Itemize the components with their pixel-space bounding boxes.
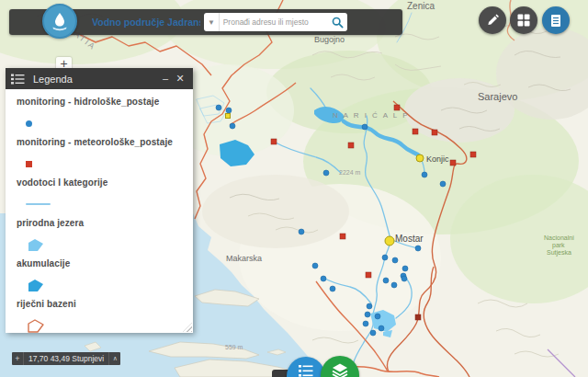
- coordinate-readout: 17,70 43,49 Stupnjevi: [24, 354, 108, 363]
- close-icon[interactable]: ✕: [173, 68, 187, 89]
- meteorological-station-marker[interactable]: [470, 152, 476, 157]
- hydrological-station-marker[interactable]: [323, 170, 329, 176]
- map-place-label: 2224 m: [339, 169, 361, 176]
- map-place-label: Bugojno: [314, 35, 345, 44]
- legend-swatch-polygon: [26, 236, 193, 253]
- legend-item-label: prirodna jezera: [17, 218, 193, 228]
- hydrological-station-marker[interactable]: [401, 276, 407, 281]
- legend-item-label: vodotoci I kategorije: [17, 177, 193, 188]
- search-input[interactable]: [220, 17, 329, 27]
- map-place-label: Zenica: [407, 1, 435, 11]
- map-place-label: Makarska: [226, 254, 262, 263]
- hydrological-station-marker[interactable]: [312, 263, 318, 268]
- basemap-gallery-button[interactable]: [510, 6, 537, 34]
- map-place-label: Nacionalni: [544, 234, 574, 241]
- hydrological-station-marker[interactable]: [216, 105, 221, 110]
- meteorological-station-marker[interactable]: [394, 105, 400, 110]
- pencil-icon: [486, 14, 499, 27]
- legend-item: monitoring - hidrološke_postaje: [17, 97, 193, 131]
- legend-item: prirodna jezera: [17, 218, 193, 253]
- search-source-dropdown[interactable]: ▼: [204, 13, 220, 31]
- legend-panel: Legenda – ✕ monitoring - hidrološke_post…: [6, 68, 193, 333]
- hydrological-station-marker[interactable]: [440, 181, 446, 187]
- grid-icon: [517, 14, 530, 27]
- hydrological-station-marker[interactable]: [379, 326, 384, 331]
- legend-item: monitoring - meteorološke_postaje: [17, 137, 193, 172]
- app-window: ZenicaBugojnoSarajevoMakarskaMostarKonji…: [0, 0, 588, 377]
- hydrological-station-marker[interactable]: [321, 276, 326, 281]
- legend-item: vodotoci I kategorije: [17, 177, 193, 212]
- meteorological-station-marker[interactable]: [340, 234, 345, 239]
- layers-icon: [330, 361, 350, 377]
- legend-toggle-button[interactable]: [542, 6, 570, 34]
- map-place-label: Sutjeska: [547, 249, 571, 257]
- search-icon: [332, 17, 344, 29]
- map-place-label: N A R I Ć A L P: [333, 111, 410, 120]
- hydrological-station-marker[interactable]: [422, 172, 427, 177]
- app-logo: [42, 4, 77, 39]
- hydrological-station-marker[interactable]: [415, 246, 421, 251]
- meteorological-station-marker[interactable]: [450, 160, 456, 166]
- layer-list-icon: [297, 362, 315, 377]
- hydrological-station-marker[interactable]: [391, 282, 397, 288]
- water-drop-icon: [49, 10, 71, 32]
- legend-panel-title: Legenda: [33, 74, 158, 85]
- map-place-label: Konjic: [426, 154, 449, 164]
- legend-icon: [549, 14, 562, 28]
- minimize-button[interactable]: –: [158, 68, 173, 89]
- legend-swatch-polygon: [26, 277, 193, 293]
- search-box: ▼: [204, 13, 347, 31]
- legend-item: akumulacije: [17, 258, 193, 293]
- meteorological-station-marker[interactable]: [366, 272, 371, 278]
- map-place-label: park: [552, 242, 565, 249]
- hydrological-station-marker[interactable]: [367, 303, 372, 309]
- hydrological-station-marker[interactable]: [402, 266, 408, 271]
- draw-tool-button[interactable]: [479, 6, 506, 34]
- map-place-label: Mostar: [395, 234, 424, 244]
- legend-list-icon: [11, 74, 25, 85]
- coordinate-widget: + 17,70 43,49 Stupnjevi ∧: [12, 352, 120, 365]
- hydrological-station-marker[interactable]: [226, 108, 232, 113]
- selected-station-marker[interactable]: [385, 236, 394, 246]
- search-button[interactable]: [329, 13, 347, 31]
- legend-item-label: monitoring - hidrološke_postaje: [17, 97, 193, 107]
- hydrological-station-marker[interactable]: [365, 312, 370, 317]
- legend-swatch-outline: [26, 317, 193, 333]
- hydrological-station-marker[interactable]: [383, 278, 389, 283]
- selected-station-marker[interactable]: [226, 114, 231, 119]
- map-place-label: Sarajevo: [478, 91, 517, 102]
- page-title: Vodno područje Jadranskog mora: [92, 9, 200, 35]
- meteorological-station-marker[interactable]: [432, 130, 437, 135]
- meteorological-station-marker[interactable]: [413, 129, 418, 134]
- hydrological-station-marker[interactable]: [370, 330, 376, 336]
- legend-panel-body: monitoring - hidrološke_postajemonitorin…: [6, 89, 193, 333]
- legend-swatch-square: [26, 155, 193, 172]
- hydrological-station-marker[interactable]: [330, 286, 335, 291]
- hydrological-station-marker[interactable]: [230, 123, 235, 129]
- meteorological-station-marker[interactable]: [348, 143, 354, 148]
- map-place-label: 559 m: [225, 344, 243, 350]
- legend-swatch-point: [26, 115, 193, 131]
- hydrological-station-marker[interactable]: [362, 124, 368, 130]
- selected-station-marker[interactable]: [416, 154, 424, 162]
- hydrological-station-marker[interactable]: [299, 229, 304, 234]
- legend-item-label: akumulacije: [17, 258, 193, 268]
- hydrological-station-marker[interactable]: [382, 255, 388, 260]
- legend-panel-header: Legenda – ✕: [6, 68, 193, 89]
- legend-item-label: monitoring - meteorološke_postaje: [17, 137, 193, 147]
- meteorological-station-marker[interactable]: [415, 314, 421, 320]
- coordinate-expand-button[interactable]: ∧: [108, 352, 120, 365]
- meteorological-station-marker[interactable]: [271, 139, 277, 144]
- legend-item-label: riječni bazeni: [17, 299, 193, 309]
- hydrological-station-marker[interactable]: [363, 321, 368, 326]
- hydrological-station-marker[interactable]: [392, 257, 398, 263]
- coordinate-crosshair-button[interactable]: +: [12, 352, 24, 365]
- hydrological-station-marker[interactable]: [375, 314, 380, 319]
- legend-item: riječni bazeni: [17, 299, 193, 333]
- legend-swatch-line: [26, 196, 193, 212]
